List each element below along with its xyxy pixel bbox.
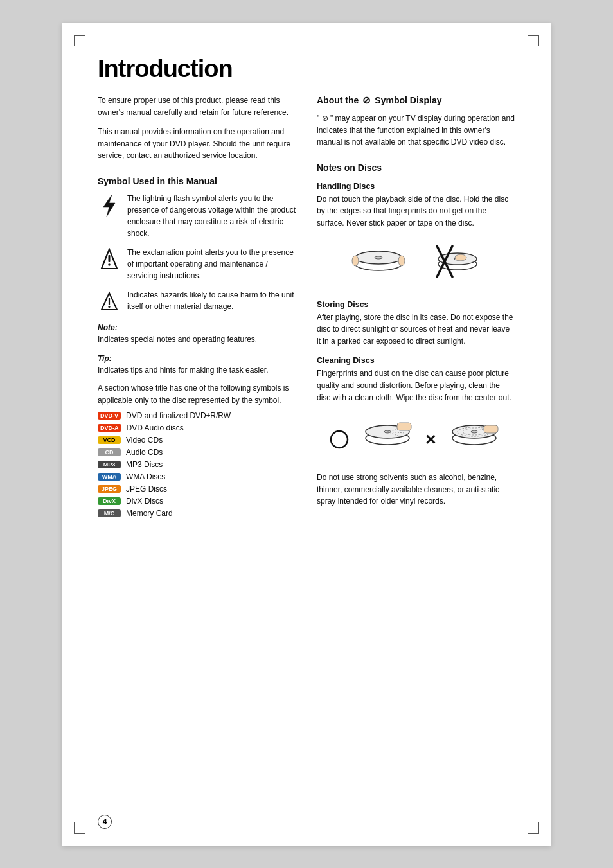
svg-rect-31 xyxy=(484,425,498,433)
disc-bad-image xyxy=(425,240,483,291)
badge-dvdv: DVD-V xyxy=(98,412,121,420)
svg-point-6 xyxy=(108,306,110,308)
intro-para-1: To ensure proper use of this product, pl… xyxy=(98,94,296,118)
disc-item-wma: WMA WMA Discs xyxy=(98,472,296,481)
notes-on-discs-title: Notes on Discs xyxy=(317,163,515,173)
disc-item-dvdv: DVD-V DVD and finalized DVD±R/RW xyxy=(98,411,296,420)
disc-label-cd: Audio CDs xyxy=(126,448,163,457)
disc-label-vcd: Video CDs xyxy=(126,436,163,445)
content-grid: To ensure proper use of this product, pl… xyxy=(98,94,515,521)
disc-label-divx: DivX Discs xyxy=(126,497,163,506)
note-label: Note: xyxy=(98,323,118,332)
handling-discs-subtitle: Handling Discs xyxy=(317,182,515,191)
lightning-icon xyxy=(98,194,121,217)
disc-label-mc: Memory Card xyxy=(126,509,173,518)
badge-dvda: DVD-A xyxy=(98,424,121,432)
badge-jpeg: JPEG xyxy=(98,485,121,493)
note-block: Note: Indicates special notes and operat… xyxy=(98,321,296,346)
about-symbol-body: " ⊘ " may appear on your TV display duri… xyxy=(317,112,515,148)
disc-label-jpeg: JPEG Discs xyxy=(126,484,167,493)
symbol-lightning-text: The lightning flash symbol alerts you to… xyxy=(127,193,296,239)
disc-item-cd: CD Audio CDs xyxy=(98,448,296,457)
triangle-icon xyxy=(98,290,121,314)
disc-label-mp3: MP3 Discs xyxy=(126,460,163,469)
badge-vcd: VCD xyxy=(98,436,121,444)
badge-wma: WMA xyxy=(98,473,121,481)
disc-label-dvdv: DVD and finalized DVD±R/RW xyxy=(126,411,231,420)
cleaning-discs-subtitle: Cleaning Discs xyxy=(317,356,515,365)
symbol-exclamation-row: The exclamation point alerts you to the … xyxy=(98,247,296,281)
corner-mark-bl xyxy=(74,822,85,834)
about-symbol-symbol: ⊘ xyxy=(362,94,371,106)
svg-marker-0 xyxy=(103,195,115,217)
svg-point-3 xyxy=(108,263,111,266)
correct-circle-icon xyxy=(329,429,350,450)
intro-para-2: This manual provides information on the … xyxy=(98,126,296,162)
svg-point-10 xyxy=(352,256,359,266)
svg-rect-25 xyxy=(397,423,411,430)
svg-point-18 xyxy=(331,431,348,448)
svg-point-28 xyxy=(471,430,477,433)
no-solvents-text: Do not use strong solvents such as alcoh… xyxy=(317,472,515,508)
svg-point-11 xyxy=(398,256,405,266)
page-number: 4 xyxy=(98,815,112,829)
exclamation-icon xyxy=(98,248,121,271)
cleaning-discs-body: Fingerprints and dust on the disc can ca… xyxy=(317,368,515,403)
handling-disc-images xyxy=(317,240,515,291)
cleaning-disc-images: × xyxy=(317,414,515,465)
page-title: Introduction xyxy=(98,55,515,83)
page: Introduction To ensure proper use of thi… xyxy=(62,23,551,846)
about-symbol-before: About the xyxy=(317,95,359,105)
svg-point-9 xyxy=(375,256,382,259)
disc-item-jpeg: JPEG JPEG Discs xyxy=(98,484,296,493)
storing-discs-subtitle: Storing Discs xyxy=(317,300,515,309)
x-mark-icon: × xyxy=(425,429,436,450)
corner-mark-tr xyxy=(528,35,539,46)
badge-mc: M/C xyxy=(98,509,121,517)
disc-item-vcd: VCD Video CDs xyxy=(98,436,296,445)
symbol-section-title: Symbol Used in this Manual xyxy=(98,176,296,186)
about-symbol-after: Symbol Display xyxy=(375,95,441,105)
disc-type-list: DVD-V DVD and finalized DVD±R/RW DVD-A D… xyxy=(98,411,296,518)
disc-item-mp3: MP3 MP3 Discs xyxy=(98,460,296,469)
badge-cd: CD xyxy=(98,448,121,456)
storing-discs-body: After playing, store the disc in its cas… xyxy=(317,312,515,348)
tip-text: Indicates tips and hints for making the … xyxy=(98,366,268,375)
cleaning-incorrect-disc xyxy=(445,414,503,465)
left-column: To ensure proper use of this product, pl… xyxy=(98,94,296,521)
disc-label-wma: WMA Discs xyxy=(126,472,165,481)
right-column: About the ⊘ Symbol Display " ⊘ " may app… xyxy=(317,94,515,521)
symbol-triangle-row: Indicates hazards likely to cause harm t… xyxy=(98,289,296,314)
note-text: Indicates special notes and operating fe… xyxy=(98,335,257,344)
about-symbol-title: About the ⊘ Symbol Display xyxy=(317,94,515,106)
corner-mark-br xyxy=(528,822,539,834)
tip-label: Tip: xyxy=(98,354,112,363)
symbol-exclamation-text: The exclamation point alerts you to the … xyxy=(127,247,296,281)
disc-label-dvda: DVD Audio discs xyxy=(127,423,184,432)
disc-item-dvda: DVD-A DVD Audio discs xyxy=(98,423,296,432)
tip-block: Tip: Indicates tips and hints for making… xyxy=(98,352,296,376)
disc-item-mc: M/C Memory Card xyxy=(98,509,296,518)
symbol-triangle-text: Indicates hazards likely to cause harm t… xyxy=(127,289,296,312)
svg-point-15 xyxy=(455,254,466,261)
cleaning-correct-disc xyxy=(359,414,416,465)
symbol-lightning-row: The lightning flash symbol alerts you to… xyxy=(98,193,296,239)
disc-good-image xyxy=(350,240,407,291)
disc-item-divx: DivX DivX Discs xyxy=(98,497,296,506)
handling-discs-body: Do not touch the playback side of the di… xyxy=(317,193,515,229)
svg-rect-2 xyxy=(109,255,111,262)
corner-mark-tl xyxy=(74,35,85,46)
section-applicable-text: A section whose title has one of the fol… xyxy=(98,382,296,406)
badge-mp3: MP3 xyxy=(98,461,121,468)
badge-divx: DivX xyxy=(98,497,121,505)
